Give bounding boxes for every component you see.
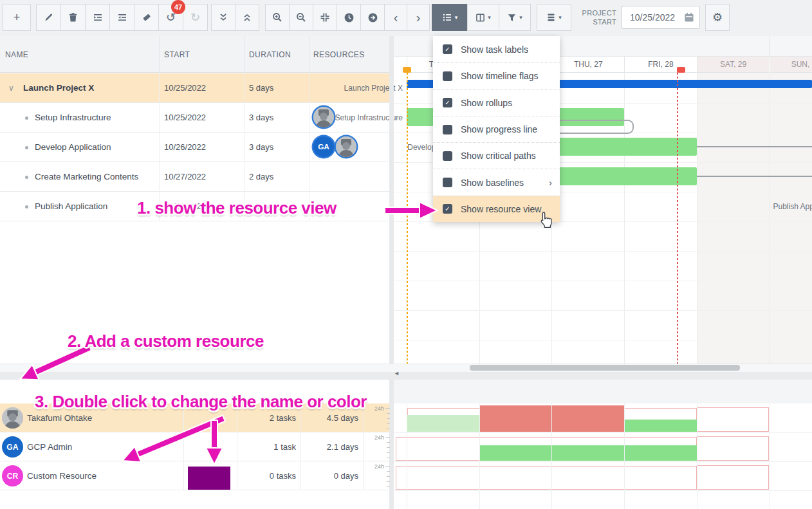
caret-down-icon: ▾ bbox=[519, 15, 522, 21]
column-divider bbox=[237, 432, 237, 461]
redo-button[interactable]: ↻ bbox=[183, 4, 208, 31]
bullet-icon bbox=[25, 116, 28, 120]
vertical-splitter-bottom[interactable] bbox=[389, 380, 394, 509]
columns-menu-button[interactable]: ▾ bbox=[467, 4, 499, 31]
clear-button[interactable] bbox=[134, 4, 159, 31]
checkbox-checked-icon[interactable]: ✓ bbox=[443, 44, 452, 54]
task-name: Setup Infrastructure bbox=[35, 103, 111, 132]
layers-icon bbox=[546, 12, 556, 23]
edit-task-button[interactable] bbox=[36, 4, 61, 31]
undo-count-badge: 47 bbox=[171, 0, 185, 14]
resource-row-3[interactable]: CRCustom Resource0 tasks0 days bbox=[0, 461, 389, 490]
scale-tick bbox=[387, 413, 390, 414]
menu-item-show-progress-line[interactable]: Show progress line bbox=[433, 116, 560, 142]
vertical-splitter[interactable] bbox=[389, 36, 394, 372]
horizontal-scrollbar-thumb[interactable] bbox=[470, 365, 740, 371]
resource-task-count: 1 task bbox=[237, 432, 296, 461]
scale-tick bbox=[387, 447, 390, 448]
menu-item-label: Show task labels bbox=[461, 44, 528, 55]
checkbox-unchecked-icon[interactable] bbox=[443, 71, 452, 81]
menu-item-show-task-labels[interactable]: ✓Show task labels bbox=[433, 36, 560, 62]
allocation-bar[interactable] bbox=[625, 420, 697, 432]
menu-item-show-critical-paths[interactable]: Show critical paths bbox=[433, 142, 560, 169]
scale-tick bbox=[387, 481, 390, 482]
zoom-to-fit-button[interactable] bbox=[313, 4, 337, 31]
zoom-in-button[interactable] bbox=[265, 4, 290, 31]
day-header-6[interactable]: SUN, 30 bbox=[770, 57, 812, 73]
resource-name[interactable]: Custom Resource bbox=[27, 461, 97, 490]
row-height-menu-button[interactable]: ▾ bbox=[537, 4, 571, 31]
checkbox-checked-icon[interactable]: ✓ bbox=[443, 98, 452, 107]
day-gridline bbox=[770, 73, 770, 364]
resource-days: 0 days bbox=[300, 461, 358, 490]
indent-button[interactable] bbox=[85, 4, 110, 31]
today-flag-icon[interactable] bbox=[677, 67, 685, 73]
menu-item-show-rollups[interactable]: ✓Show rollups bbox=[433, 89, 560, 116]
scale-tick bbox=[387, 476, 390, 477]
task-row-3[interactable]: Develop Application10/26/20223 daysGA bbox=[0, 133, 389, 162]
column-divider[interactable] bbox=[244, 36, 245, 73]
menu-item-show-baselines[interactable]: Show baselines› bbox=[433, 169, 560, 195]
column-header-name[interactable]: NAME bbox=[5, 36, 28, 73]
column-divider bbox=[300, 461, 301, 490]
features-dropdown-menu: ✓Show task labelsShow timeline flags✓Sho… bbox=[433, 36, 560, 222]
scroll-prev-button[interactable]: ‹ bbox=[384, 4, 407, 31]
shift-to-now-button[interactable] bbox=[337, 4, 361, 31]
histogram-scale-label: 24h bbox=[374, 434, 384, 441]
scale-tick bbox=[385, 437, 390, 438]
project-start-flag-icon[interactable] bbox=[403, 67, 411, 73]
allocation-outline-weekend bbox=[697, 465, 770, 490]
expand-all-button[interactable] bbox=[211, 4, 235, 31]
menu-item-show-timeline-flags[interactable]: Show timeline flags bbox=[433, 62, 560, 89]
project-start-date-value: 10/25/2022 bbox=[630, 12, 684, 23]
filter-icon bbox=[507, 13, 517, 23]
task-name: Launch Project X bbox=[23, 73, 94, 102]
scroll-next-button[interactable]: › bbox=[407, 4, 430, 31]
scale-tick bbox=[385, 466, 390, 467]
delete-task-button[interactable] bbox=[60, 4, 86, 31]
collapse-chevron-icon[interactable]: ∨ bbox=[8, 84, 14, 92]
column-divider[interactable] bbox=[309, 36, 309, 73]
add-task-button[interactable]: + bbox=[3, 4, 31, 31]
double-chevron-up-icon bbox=[242, 12, 252, 23]
resource-color-swatch[interactable] bbox=[188, 467, 230, 490]
column-header-resources[interactable]: RESOURCES bbox=[313, 36, 365, 73]
day-header-4[interactable]: FRI, 28 bbox=[624, 57, 697, 73]
settings-button[interactable]: ⚙ bbox=[705, 4, 730, 31]
calendar-icon[interactable] bbox=[684, 12, 694, 23]
column-header-start[interactable]: START bbox=[164, 36, 190, 73]
project-start-label: PROJECT START bbox=[570, 8, 616, 26]
gantt-bar-task[interactable] bbox=[551, 167, 696, 185]
horizontal-splitter[interactable] bbox=[0, 372, 812, 380]
shift-next-button[interactable] bbox=[360, 4, 385, 31]
allocation-bar[interactable] bbox=[480, 445, 697, 461]
day-header-3[interactable]: THU, 27 bbox=[551, 57, 624, 73]
caret-down-icon: ▾ bbox=[488, 15, 491, 21]
resource-name[interactable]: GCP Admin bbox=[27, 432, 72, 461]
avatar-cr: CR bbox=[2, 465, 23, 486]
column-divider[interactable] bbox=[159, 36, 160, 73]
collapse-all-button[interactable] bbox=[235, 4, 259, 31]
menu-item-label: Show critical paths bbox=[461, 151, 536, 161]
zoom-out-button[interactable] bbox=[289, 4, 313, 31]
menu-item-label: Show progress line bbox=[461, 124, 537, 134]
outdent-button[interactable] bbox=[109, 4, 134, 31]
project-start-date-input[interactable]: 10/25/2022 bbox=[622, 6, 700, 29]
features-menu-button[interactable]: ▾ bbox=[432, 4, 468, 31]
day-header-5[interactable]: SAT, 29 bbox=[697, 57, 770, 73]
checkbox-unchecked-icon[interactable] bbox=[443, 178, 452, 187]
splitter-collapse-icon[interactable]: ◄ bbox=[394, 369, 400, 377]
scale-tick bbox=[387, 423, 390, 424]
filter-menu-button[interactable]: ▾ bbox=[499, 4, 531, 31]
arrow-circle-right-icon bbox=[367, 12, 378, 23]
task-name: Publish Application bbox=[35, 192, 107, 221]
bullet-icon bbox=[25, 176, 28, 179]
checkbox-checked-icon[interactable]: ✓ bbox=[443, 204, 452, 214]
resource-row-2[interactable]: GAGCP Admin1 task2.1 days bbox=[0, 432, 389, 461]
main-toolbar: + ↺ ↻ 47 ‹ bbox=[0, 0, 812, 37]
task-row-4[interactable]: Create Marketing Contents10/27/20222 day… bbox=[0, 162, 389, 192]
column-header-duration[interactable]: DURATION bbox=[249, 36, 291, 73]
allocation-bar[interactable] bbox=[407, 415, 479, 432]
checkbox-unchecked-icon[interactable] bbox=[443, 151, 452, 161]
checkbox-unchecked-icon[interactable] bbox=[443, 125, 452, 134]
